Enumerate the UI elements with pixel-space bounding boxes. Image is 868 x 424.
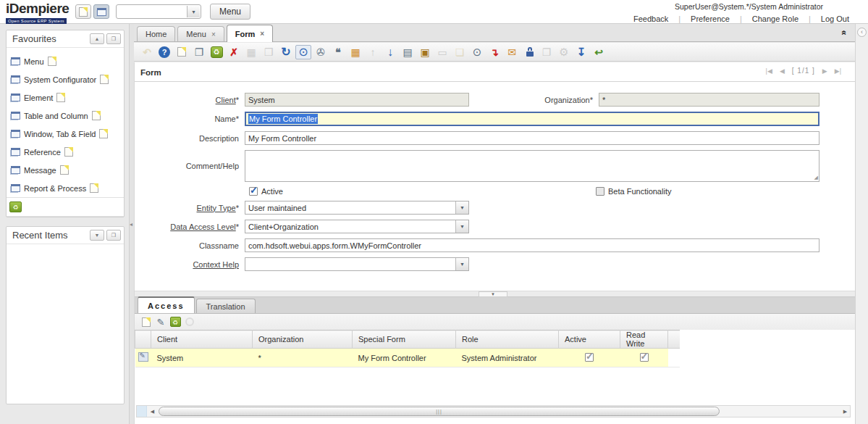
col-active[interactable]: Active xyxy=(559,331,620,349)
lock-icon[interactable] xyxy=(521,45,537,59)
description-input[interactable]: My Form Controller xyxy=(245,131,819,145)
combo-arrow-icon[interactable]: ▼ xyxy=(455,201,468,214)
preference-link[interactable]: Preference xyxy=(681,14,740,23)
new-record-icon[interactable] xyxy=(174,45,190,59)
col-special-form[interactable]: Special Form xyxy=(353,331,456,349)
note-icon[interactable] xyxy=(48,57,56,66)
ignore-changes-icon[interactable]: ↶ xyxy=(139,45,155,59)
detail-record-icon[interactable]: ↓ xyxy=(382,45,398,59)
detail-new-icon[interactable] xyxy=(139,315,153,328)
delete-record-icon[interactable]: ♻ xyxy=(208,45,224,59)
menu-button[interactable]: Menu xyxy=(210,4,250,20)
detail-splitter[interactable]: ▼ xyxy=(135,291,855,297)
workflow-icon[interactable]: ↴ xyxy=(486,45,502,59)
prev-record-button[interactable]: ◀ xyxy=(780,67,785,75)
col-client[interactable]: Client xyxy=(151,331,253,349)
save-create-icon[interactable]: ❒ xyxy=(261,45,277,59)
col-role[interactable]: Role xyxy=(456,331,559,349)
horizontal-scrollbar[interactable]: ◀ ||| ▶ xyxy=(136,405,851,417)
entity-type-label[interactable]: Entity Type* xyxy=(135,204,245,212)
splitter-collapse-icon[interactable]: ◂ xyxy=(130,221,132,228)
attachment-icon[interactable]: ✇ xyxy=(313,45,329,59)
client-field[interactable]: System xyxy=(245,93,469,107)
copy-record-icon[interactable]: ❐ xyxy=(191,45,207,59)
sidebar-item-element[interactable]: Element xyxy=(11,88,121,107)
sidebar-item-report-process[interactable]: Report & Process xyxy=(11,179,121,197)
client-label[interactable]: Client* xyxy=(135,96,245,104)
note-icon[interactable] xyxy=(100,75,109,84)
combo-arrow-icon[interactable]: ▼ xyxy=(187,6,200,17)
new-note-button[interactable] xyxy=(75,4,91,19)
chat-icon[interactable]: ❝ xyxy=(330,45,346,59)
comment-help-textarea[interactable] xyxy=(245,150,819,182)
col-organization[interactable]: Organization xyxy=(253,331,353,349)
cell-client[interactable]: System xyxy=(151,349,253,367)
cell-role[interactable]: System Administrator xyxy=(456,349,559,367)
exit-icon[interactable]: ↩ xyxy=(591,45,607,59)
zoom-across-icon[interactable]: ⊙ xyxy=(469,45,485,59)
logout-link[interactable]: Log Out xyxy=(811,14,859,23)
row-indicator-cell[interactable] xyxy=(135,349,151,367)
print-icon[interactable]: ▭ xyxy=(434,45,450,59)
export-icon[interactable]: ↧ xyxy=(573,45,589,59)
read-write-row-checkbox[interactable] xyxy=(640,353,649,362)
maximize-panel-button[interactable]: ❒ xyxy=(106,230,121,241)
note-icon[interactable] xyxy=(60,165,69,175)
sidebar-splitter[interactable]: ◂ xyxy=(129,24,134,424)
tab-access[interactable]: Access xyxy=(138,296,195,313)
next-record-button[interactable]: ▶ xyxy=(822,67,827,75)
name-input[interactable]: My Form Controller xyxy=(245,112,819,126)
refresh-icon[interactable]: ↻ xyxy=(278,45,294,59)
data-access-level-select[interactable]: Client+Organization ▼ xyxy=(245,220,469,233)
context-help-label[interactable]: Context Help xyxy=(135,260,245,269)
record-info-icon[interactable]: ❐ xyxy=(539,45,555,59)
last-record-button[interactable]: ▶| xyxy=(835,67,841,75)
sidebar-item-menu[interactable]: Menu xyxy=(11,52,121,70)
detail-delete-icon[interactable]: ♻ xyxy=(168,315,182,328)
archive-icon[interactable]: ▣ xyxy=(417,45,433,59)
classname-input[interactable]: com.hdsoft.webui.apps.form.WMyFormContro… xyxy=(245,238,819,252)
delete-selection-icon[interactable]: ✗ xyxy=(226,45,242,59)
report-icon[interactable]: ▤ xyxy=(400,45,416,59)
note-icon[interactable] xyxy=(92,111,101,120)
requests-icon[interactable]: ✉ xyxy=(504,45,520,59)
find-icon[interactable]: ⊙ xyxy=(295,45,311,59)
first-record-button[interactable]: |◀ xyxy=(766,67,772,75)
open-window-button[interactable] xyxy=(93,4,109,19)
beta-functionality-checkbox[interactable] xyxy=(596,187,604,196)
scroll-left-arrow[interactable]: ◀ xyxy=(148,406,157,417)
context-help-select[interactable]: ▼ xyxy=(245,257,469,271)
data-access-level-label[interactable]: Data Access Level* xyxy=(135,223,245,231)
east-collapse-button[interactable]: ‹ xyxy=(857,28,867,37)
col-read-write[interactable]: Read Write xyxy=(620,331,668,349)
table-row[interactable]: System * My Form Controller System Admin… xyxy=(135,349,681,367)
cell-active[interactable] xyxy=(559,349,620,367)
grid-toggle-icon[interactable]: ▦ xyxy=(347,45,363,59)
collapse-panel-button[interactable]: ▼ xyxy=(90,230,104,241)
sidebar-item-message[interactable]: Message xyxy=(11,161,121,179)
global-search-combobox[interactable]: ▼ xyxy=(116,4,201,19)
scroll-right-arrow[interactable]: ▶ xyxy=(840,406,850,417)
note-icon[interactable] xyxy=(64,147,73,157)
detail-edit-icon[interactable]: ✎ xyxy=(153,315,168,328)
detail-process-icon[interactable] xyxy=(185,317,194,326)
parent-record-icon[interactable]: ↑ xyxy=(365,45,381,59)
export-pdf-icon[interactable]: ❏ xyxy=(452,45,468,59)
combo-arrow-icon[interactable]: ▼ xyxy=(455,258,468,270)
tab-translation[interactable]: Translation xyxy=(196,299,256,313)
active-checkbox[interactable] xyxy=(249,187,258,196)
close-tab-icon[interactable]: × xyxy=(260,30,264,38)
combo-arrow-icon[interactable]: ▼ xyxy=(455,220,468,233)
save-icon[interactable]: ▦ xyxy=(243,45,259,59)
help-icon[interactable]: ? xyxy=(156,45,172,59)
active-row-checkbox[interactable] xyxy=(585,353,594,362)
tab-home[interactable]: Home xyxy=(137,26,175,41)
sidebar-item-system-configurator[interactable]: System Configurator xyxy=(11,70,121,88)
note-icon[interactable] xyxy=(90,183,98,193)
close-tab-icon[interactable]: × xyxy=(211,30,216,38)
textarea-resize-handle[interactable]: ◢ xyxy=(814,175,818,180)
cell-special-form[interactable]: My Form Controller xyxy=(353,349,456,367)
scrollbar-thumb[interactable]: ||| xyxy=(159,407,720,416)
splitter-collapse-handle[interactable]: ▼ xyxy=(479,291,507,297)
feedback-link[interactable]: Feedback xyxy=(623,14,678,23)
